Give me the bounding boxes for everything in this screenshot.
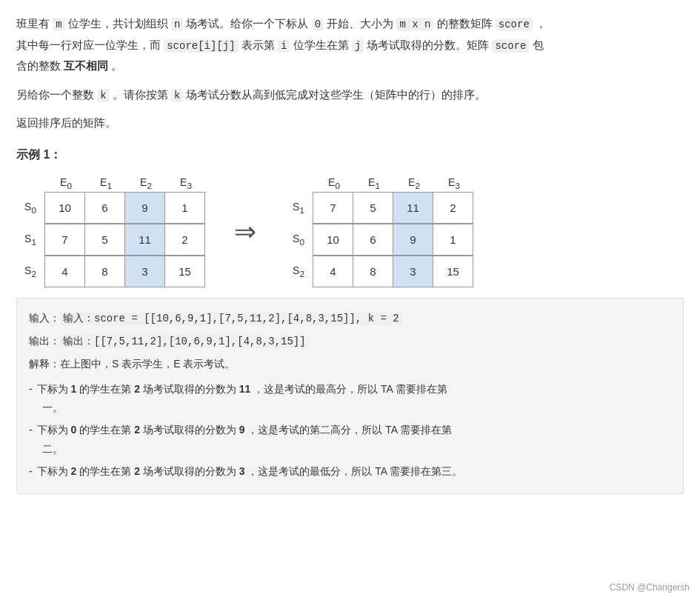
bullet-3: - 下标为 2 的学生在第 2 场考试取得的分数为 3 ，这是考试的最低分，所以… xyxy=(29,462,671,481)
intro-paragraph: 班里有 m 位学生，共计划组织 n 场考试。给你一个下标从 0 开始、大小为 m… xyxy=(16,13,684,77)
left-col-headers: E0 E1 E2 E3 xyxy=(46,176,206,190)
right-row-s2: S2 4 8 3 15 xyxy=(284,256,473,287)
code-output: 输出：输出：[[7,5,11,2],[10,6,9,1],[4,8,3,15]] xyxy=(29,330,671,352)
rcell-s1-e1: 5 xyxy=(353,192,393,223)
cell-s0-e2: 9 xyxy=(125,192,165,223)
rcell-s1-e3: 2 xyxy=(433,192,473,223)
arrow-icon: ⇒ xyxy=(234,216,256,247)
explanation-text: 在上图中，S 表示学生，E 表示考试。 xyxy=(60,358,235,370)
rcell-s2-e3: 15 xyxy=(433,256,473,287)
left-label-s1: S1 xyxy=(16,233,44,247)
right-col-e1: E1 xyxy=(354,176,394,190)
cell-s2-e1: 8 xyxy=(85,256,125,287)
right-table-s2: 4 8 3 15 xyxy=(313,256,473,287)
cell-s1-e1: 5 xyxy=(85,224,125,255)
right-col-headers: E0 E1 E2 E3 xyxy=(314,176,474,190)
left-row-s0: S0 10 6 9 1 xyxy=(16,192,205,224)
output-value: 输出：[[7,5,11,2],[10,6,9,1],[4,8,3,15]] xyxy=(60,335,309,348)
output-label: 输出： xyxy=(29,335,60,347)
cell-s0-e0: 10 xyxy=(45,192,85,223)
cell-s0-e1: 6 xyxy=(85,192,125,223)
var-score-ij: score[i][j] xyxy=(164,39,238,53)
left-table-s1: 7 5 11 2 xyxy=(44,224,205,256)
left-label-s2: S2 xyxy=(16,264,44,279)
bullet-text-3: 下标为 2 的学生在第 2 场考试取得的分数为 3 ，这是考试的最低分，所以 T… xyxy=(37,462,463,481)
rcell-s0-e3: 1 xyxy=(433,224,473,255)
bold-distinct: 互不相同 xyxy=(64,59,108,72)
example-area: E0 E1 E2 E3 S0 10 6 9 1 S1 7 5 xyxy=(16,176,684,287)
rcell-s1-e2: 11 xyxy=(393,192,433,223)
para-k: 另给你一个整数 k 。请你按第 k 场考试分数从高到低完成对这些学生（矩阵中的行… xyxy=(16,84,684,106)
right-matrix: E0 E1 E2 E3 S1 7 5 11 2 S0 10 6 xyxy=(284,176,474,287)
input-label: 输入： xyxy=(29,312,60,324)
bullet-list: - 下标为 1 的学生在第 2 场考试取得的分数为 11 ，这是考试的最高分，所… xyxy=(29,380,671,481)
cell-s1-e2: 11 xyxy=(125,224,165,255)
left-row-s2: S2 4 8 3 15 xyxy=(16,256,205,287)
example-title: 示例 1： xyxy=(16,147,684,163)
cell-s1-e3: 2 xyxy=(165,224,205,255)
code-block: 输入：输入：score = [[10,6,9,1],[7,5,11,2],[4,… xyxy=(16,298,684,494)
cell-s2-e2: 3 xyxy=(125,256,165,287)
code-input: 输入：输入：score = [[10,6,9,1],[7,5,11,2],[4,… xyxy=(29,307,671,329)
left-table-s2: 4 8 3 15 xyxy=(44,256,205,287)
var-0: 0 xyxy=(312,18,324,31)
dash-1: - xyxy=(29,380,33,419)
right-table-s1: 7 5 11 2 xyxy=(313,192,473,224)
left-label-s0: S0 xyxy=(16,201,44,215)
dash-2: - xyxy=(29,421,33,459)
right-table-s0: 10 6 9 1 xyxy=(313,224,473,256)
var-score2: score xyxy=(492,39,529,53)
right-col-e0: E0 xyxy=(314,176,354,190)
bullet-text-2: 下标为 0 的学生在第 2 场考试取得的分数为 9 ，这是考试的第二高分，所以 … xyxy=(37,421,453,459)
right-matrix-body: S1 7 5 11 2 S0 10 6 9 1 S2 xyxy=(284,192,473,287)
input-value: 输入：score = [[10,6,9,1],[7,5,11,2],[4,8,3… xyxy=(60,312,402,325)
right-row-s1: S1 7 5 11 2 xyxy=(284,192,473,224)
cell-s0-e3: 1 xyxy=(165,192,205,223)
var-mxn: m x n xyxy=(396,18,433,31)
left-col-e2: E2 xyxy=(126,176,166,190)
right-col-e3: E3 xyxy=(434,176,474,190)
cell-s1-e0: 7 xyxy=(45,224,85,255)
left-matrix-body: S0 10 6 9 1 S1 7 5 11 2 S2 xyxy=(16,192,205,287)
var-k: k xyxy=(97,89,109,102)
left-row-s1: S1 7 5 11 2 xyxy=(16,224,205,256)
left-col-e1: E1 xyxy=(86,176,126,190)
bullet-1: - 下标为 1 的学生在第 2 场考试取得的分数为 11 ，这是考试的最高分，所… xyxy=(29,380,671,419)
left-matrix: E0 E1 E2 E3 S0 10 6 9 1 S1 7 5 xyxy=(16,176,206,287)
cell-s2-e3: 15 xyxy=(165,256,205,287)
var-k2: k xyxy=(171,89,183,102)
rcell-s2-e2: 3 xyxy=(393,256,433,287)
var-n: n xyxy=(171,18,183,31)
dash-3: - xyxy=(29,462,33,481)
rcell-s2-e0: 4 xyxy=(313,256,353,287)
left-table-s0: 10 6 9 1 xyxy=(44,192,205,224)
var-m: m xyxy=(53,18,64,31)
var-i: i xyxy=(278,39,290,53)
para-return: 返回排序后的矩阵。 xyxy=(16,113,684,134)
left-col-e0: E0 xyxy=(46,176,86,190)
left-col-e3: E3 xyxy=(166,176,206,190)
right-label-s0: S0 xyxy=(284,233,313,247)
right-label-s1: S1 xyxy=(284,201,313,215)
rcell-s2-e1: 8 xyxy=(353,256,393,287)
var-score: score xyxy=(496,18,533,31)
bullet-2: - 下标为 0 的学生在第 2 场考试取得的分数为 9 ，这是考试的第二高分，所… xyxy=(29,421,671,459)
rcell-s0-e1: 6 xyxy=(353,224,393,255)
right-label-s2: S2 xyxy=(284,264,313,279)
var-j: j xyxy=(352,39,364,53)
right-col-e2: E2 xyxy=(394,176,434,190)
cell-s2-e0: 4 xyxy=(45,256,85,287)
rcell-s0-e2: 9 xyxy=(393,224,433,255)
explanation-line: 解释：在上图中，S 表示学生，E 表示考试。 xyxy=(29,353,671,374)
explanation-label: 解释： xyxy=(29,358,60,370)
bullet-text-1: 下标为 1 的学生在第 2 场考试取得的分数为 11 ，这是考试的最高分，所以 … xyxy=(37,380,447,419)
right-row-s0: S0 10 6 9 1 xyxy=(284,224,473,256)
rcell-s0-e0: 10 xyxy=(313,224,353,255)
rcell-s1-e0: 7 xyxy=(313,192,353,223)
